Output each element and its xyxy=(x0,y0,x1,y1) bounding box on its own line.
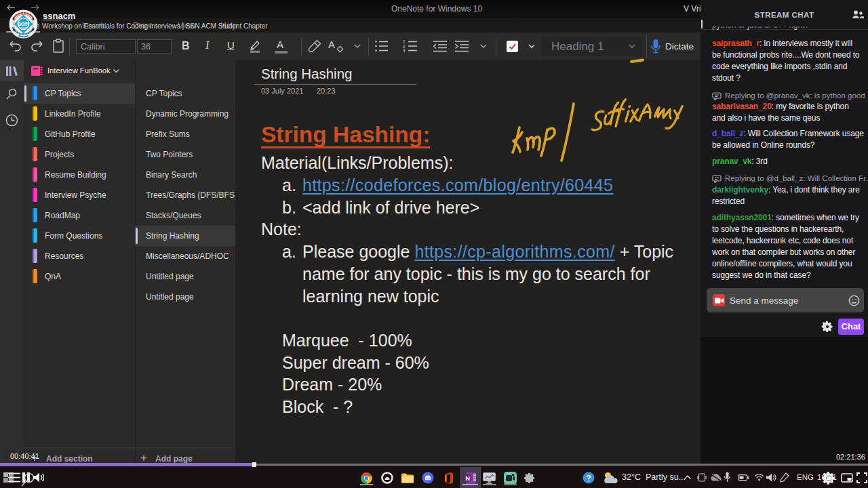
svg-text:?: ? xyxy=(587,474,591,482)
svg-text:3: 3 xyxy=(403,48,406,53)
svg-text:acm: acm xyxy=(18,20,29,27)
svg-text:N: N xyxy=(465,474,470,482)
